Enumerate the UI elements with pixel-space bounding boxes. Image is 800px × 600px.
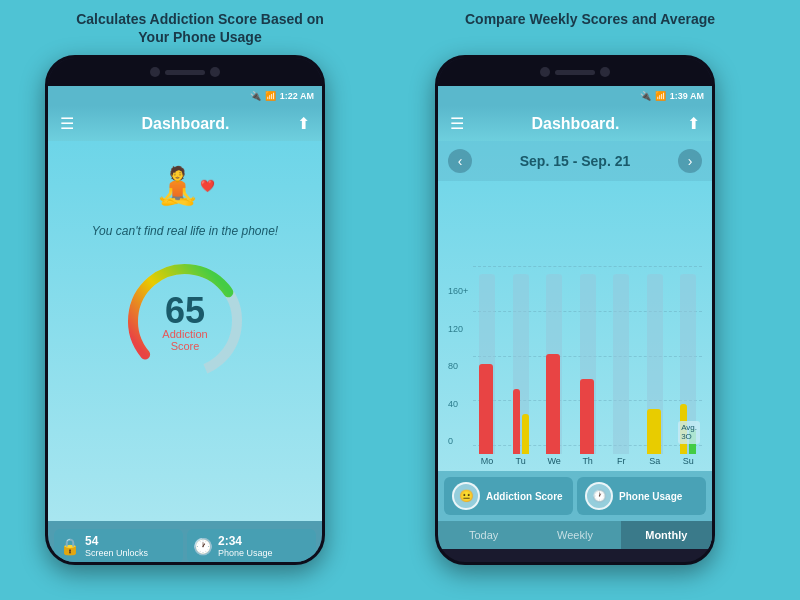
phone-screen-left: 🧘❤️ You can't find real life in the phon… xyxy=(48,141,322,521)
header-right: Compare Weekly Scores and Average xyxy=(415,10,765,28)
phone-screen-right: ‹ Sep. 15 - Sep. 21 › 160+ 120 80 40 0 xyxy=(438,141,712,521)
bar-label-su: Su xyxy=(683,456,694,466)
bar-label-we: We xyxy=(547,456,560,466)
share-icon-left[interactable]: ⬆ xyxy=(297,114,310,133)
phone-left: 🔌 📶 1:22 AM ☰ Dashboard. ⬆ 🧘❤️ You can't… xyxy=(45,55,325,565)
usage-label: Phone Usage xyxy=(218,548,273,558)
avg-label: Avg.3O xyxy=(678,421,700,444)
stats-row-left: 🔒 54 Screen Unlocks 🕐 2:34 Phone Usage xyxy=(48,521,322,565)
tab-bar-right: Today Weekly Monthly xyxy=(438,521,712,549)
chart-area: 160+ 120 80 40 0 xyxy=(438,181,712,471)
phone-right: 🔌 📶 1:39 AM ☰ Dashboard. ⬆ ‹ Sep. 15 - S… xyxy=(435,55,715,565)
bar-group-we: We xyxy=(540,274,568,466)
clock-icon: 🕐 xyxy=(193,537,213,556)
usage-value: 2:34 xyxy=(218,534,273,548)
status-time-right: 1:39 AM xyxy=(670,91,704,101)
bar-label-mo: Mo xyxy=(481,456,494,466)
bar-group-tu: Tu xyxy=(507,274,535,466)
bar-label-sa: Sa xyxy=(649,456,660,466)
score-label: Addiction Score xyxy=(150,328,220,352)
addiction-label: Addiction Score xyxy=(486,491,563,502)
bar-label-fr: Fr xyxy=(617,456,626,466)
bar-label-tu: Tu xyxy=(515,456,525,466)
header-left: Calculates Addiction Score Based on Your… xyxy=(30,10,370,46)
unlock-icon: 🔒 xyxy=(60,537,80,556)
bar-label-th: Th xyxy=(582,456,593,466)
stat-phone-usage: 🕐 Phone Usage xyxy=(577,477,706,515)
unlock-label: Screen Unlocks xyxy=(85,548,148,558)
bar-group-sa: Sa xyxy=(641,274,669,466)
stat-addiction: 😐 Addiction Score xyxy=(444,477,573,515)
bar-group-th: Th xyxy=(574,274,602,466)
stat-unlocks: 🔒 54 Screen Unlocks xyxy=(54,529,183,563)
date-prev-button[interactable]: ‹ xyxy=(448,149,472,173)
dash-header-left: ☰ Dashboard. ⬆ xyxy=(48,106,322,141)
status-bar-right: 🔌 📶 1:39 AM xyxy=(438,86,712,106)
unlock-value: 54 xyxy=(85,534,148,548)
score-container: 65 Addiction Score xyxy=(115,251,255,391)
hamburger-icon[interactable]: ☰ xyxy=(60,114,74,133)
app-title-left: Dashboard. xyxy=(141,115,229,133)
stats-row-right: 😐 Addiction Score 🕐 Phone Usage xyxy=(438,471,712,521)
date-nav: ‹ Sep. 15 - Sep. 21 › xyxy=(438,141,712,181)
bar-group-mo: Mo xyxy=(473,274,501,466)
monk-illustration: 🧘❤️ xyxy=(155,156,215,216)
phone-usage-label: Phone Usage xyxy=(619,491,682,502)
score-number: 65 xyxy=(150,290,220,332)
share-icon-right[interactable]: ⬆ xyxy=(687,114,700,133)
hamburger-icon-right[interactable]: ☰ xyxy=(450,114,464,133)
stat-usage: 🕐 2:34 Phone Usage xyxy=(187,529,316,563)
tab-weekly-right[interactable]: Weekly xyxy=(529,521,620,549)
status-time-left: 1:22 AM xyxy=(280,91,314,101)
tab-monthly-right[interactable]: Monthly xyxy=(621,521,712,549)
bar-group-fr: Fr xyxy=(607,274,635,466)
dash-header-right: ☰ Dashboard. ⬆ xyxy=(438,106,712,141)
date-next-button[interactable]: › xyxy=(678,149,702,173)
tab-today-right[interactable]: Today xyxy=(438,521,529,549)
status-bar-left: 🔌 📶 1:22 AM xyxy=(48,86,322,106)
app-title-right: Dashboard. xyxy=(531,115,619,133)
date-range: Sep. 15 - Sep. 21 xyxy=(520,153,631,169)
